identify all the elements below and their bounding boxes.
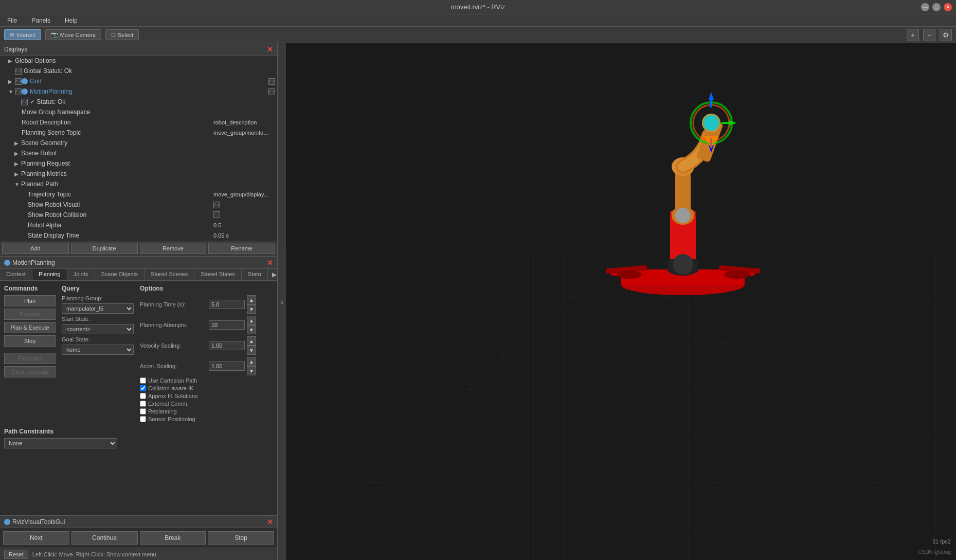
grid-checkbox[interactable]: ✓	[15, 78, 22, 85]
show-robot-collision-checkbox[interactable]	[213, 211, 220, 218]
continue-button[interactable]: Continue	[71, 531, 138, 545]
executed-button[interactable]: Executed	[4, 353, 56, 364]
plus-icon[interactable]: +	[907, 29, 919, 41]
break-button[interactable]: Break	[140, 531, 206, 545]
rviz-tools-close-button[interactable]: ✕	[267, 518, 273, 526]
display-global-status[interactable]: ✓ Global Status: Ok	[0, 66, 277, 76]
planning-time-down[interactable]: ▼	[247, 304, 256, 314]
velocity-scaling-down[interactable]: ▼	[247, 346, 256, 355]
tab-planning[interactable]: Planning	[32, 269, 67, 280]
replanning-checkbox[interactable]	[140, 408, 146, 414]
display-planning-request[interactable]: ▶ Planning Request	[0, 158, 277, 169]
display-grid[interactable]: ▶ ✓ Grid ✓	[0, 76, 277, 86]
motion-planning-enabled-checkbox[interactable]: ✓	[268, 88, 275, 95]
rename-button[interactable]: Rename	[208, 243, 275, 254]
accel-scaling-up[interactable]: ▲	[247, 357, 256, 366]
display-show-robot-visual[interactable]: Show Robot Visual ✓	[0, 200, 277, 210]
external-comm-checkbox[interactable]	[140, 401, 146, 407]
query-title: Query	[62, 285, 134, 292]
display-planning-scene-topic[interactable]: Planning Scene Topic move_group/monito..…	[0, 128, 277, 138]
accel-scaling-input[interactable]	[209, 362, 245, 371]
plan-execute-button[interactable]: Plan & Execute	[4, 322, 56, 333]
external-comm-label: External Comm.	[148, 401, 189, 407]
motion-planning-close-button[interactable]: ✕	[267, 259, 273, 267]
duplicate-button[interactable]: Duplicate	[71, 243, 138, 254]
global-status-checkbox[interactable]: ✓	[15, 68, 22, 75]
planning-attempts-input[interactable]	[209, 320, 245, 330]
tab-stored-scenes[interactable]: Stored Scenes	[145, 269, 194, 280]
use-cartesian-path-label: Use Cartesian Path	[148, 377, 197, 384]
start-state-select[interactable]: <current>	[62, 324, 134, 334]
tab-scene-objects[interactable]: Scene Objects	[95, 269, 145, 280]
collision-aware-ik-checkbox[interactable]	[140, 385, 146, 391]
planning-attempts-up[interactable]: ▲	[247, 316, 256, 325]
settings-icon[interactable]: ⚙	[940, 29, 952, 41]
remove-button[interactable]: Remove	[140, 243, 207, 254]
planning-group-select[interactable]: manipulator_l5	[62, 303, 134, 314]
planning-attempts-down[interactable]: ▼	[247, 325, 256, 334]
display-state-display-time[interactable]: State Display Time 0.05 s	[0, 230, 277, 241]
minimize-button[interactable]: —	[921, 3, 929, 11]
motion-planning-checkbox[interactable]: ✓	[15, 88, 22, 95]
display-scene-robot[interactable]: ▶ Scene Robot	[0, 148, 277, 158]
accel-scaling-row: Accel. Scaling: ▲ ▼	[140, 357, 273, 375]
display-show-robot-collision[interactable]: Show Robot Collision	[0, 210, 277, 220]
display-move-group-namespace[interactable]: Move Group Namespace	[0, 107, 277, 117]
path-constraints-select[interactable]: None	[4, 438, 117, 448]
display-robot-alpha[interactable]: Robot Alpha 0.5	[0, 220, 277, 230]
tab-stored-states[interactable]: Stored States	[194, 269, 242, 280]
move-camera-button[interactable]: 📷 Move Camera	[45, 29, 101, 40]
goal-state-select[interactable]: home	[62, 345, 134, 355]
sensor-positioning-label: Sensor Positioning	[148, 416, 195, 422]
use-cartesian-path-checkbox[interactable]	[140, 377, 146, 384]
tab-more-button[interactable]: ▶	[268, 269, 277, 280]
planning-time-up[interactable]: ▲	[247, 295, 256, 304]
display-trajectory-topic[interactable]: Trajectory Topic move_group/display...	[0, 189, 277, 200]
menubar: File Panels Help	[0, 14, 956, 27]
clear-octomap-button[interactable]: Clear octomap	[4, 366, 56, 377]
display-robot-description[interactable]: Robot Description robot_description	[0, 117, 277, 128]
execute-button[interactable]: Execute	[4, 309, 56, 320]
plan-button[interactable]: Plan	[4, 295, 56, 306]
planning-time-input[interactable]	[209, 300, 245, 309]
grid-dot-icon	[22, 78, 28, 84]
display-scene-geometry[interactable]: ▶ Scene Geometry	[0, 138, 277, 148]
3d-viewport[interactable]: 31 fps2 CSDN @doug	[286, 43, 956, 560]
display-motion-planning[interactable]: ▼ ✓ MotionPlanning ✓	[0, 86, 277, 97]
sensor-positioning-checkbox[interactable]	[140, 416, 146, 422]
displays-close-button[interactable]: ✕	[267, 45, 273, 53]
menu-file[interactable]: File	[4, 16, 20, 25]
stop-tools-button[interactable]: Stop	[208, 531, 274, 545]
velocity-scaling-input[interactable]	[209, 341, 245, 350]
tab-status[interactable]: Statu	[242, 269, 268, 280]
show-robot-visual-checkbox[interactable]: ✓	[213, 202, 220, 208]
close-button[interactable]: ✕	[944, 3, 952, 11]
tab-joints[interactable]: Joints	[67, 269, 95, 280]
display-global-options[interactable]: ▶ Global Options	[0, 56, 277, 66]
display-status-ok[interactable]: ✓ ✓ Status: Ok	[0, 97, 277, 107]
status-bar: Reset Left-Click: Move. Right-Click: Sho…	[0, 548, 277, 560]
start-state-label: Start State:	[62, 316, 90, 322]
rviz-tools-buttons: Next Continue Break Stop	[0, 528, 277, 548]
status-ok-checkbox[interactable]: ✓	[21, 99, 28, 105]
select-button[interactable]: ◻ Select	[105, 29, 139, 40]
add-button[interactable]: Add	[2, 243, 69, 254]
minus-icon[interactable]: −	[923, 29, 935, 41]
tab-context[interactable]: Context	[0, 269, 32, 280]
velocity-scaling-up[interactable]: ▲	[247, 336, 256, 346]
menu-help[interactable]: Help	[62, 16, 81, 25]
maximize-button[interactable]: □	[932, 3, 941, 11]
interact-button[interactable]: ⊕ Interact	[4, 29, 41, 40]
next-button[interactable]: Next	[3, 531, 69, 545]
svg-point-32	[673, 254, 693, 275]
tab-bar: Context Planning Joints Scene Objects St…	[0, 269, 277, 281]
display-planning-metrics[interactable]: ▶ Planning Metrics	[0, 169, 277, 179]
panel-collapse-handle[interactable]: ›	[278, 43, 286, 560]
display-planned-path[interactable]: ▼ Planned Path	[0, 179, 277, 189]
accel-scaling-down[interactable]: ▼	[247, 366, 256, 375]
approx-ik-checkbox[interactable]	[140, 393, 146, 399]
menu-panels[interactable]: Panels	[28, 16, 53, 25]
stop-button[interactable]: Stop	[4, 335, 56, 347]
grid-enabled-checkbox[interactable]: ✓	[268, 78, 275, 85]
reset-button[interactable]: Reset	[4, 550, 28, 559]
